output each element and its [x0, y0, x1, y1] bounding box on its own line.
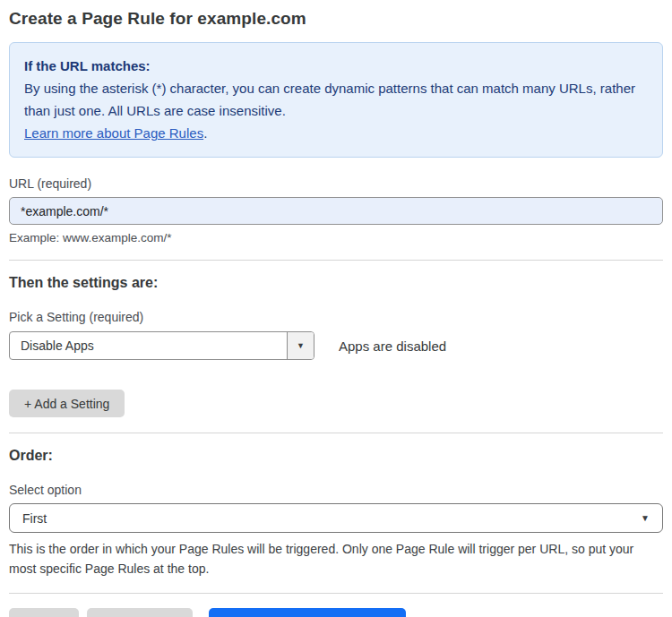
order-help-text: This is the order in which your Page Rul…: [9, 539, 656, 578]
footer-actions: Cancel Save as Draft Save and Deploy Pag…: [9, 608, 663, 617]
url-match-info-box: If the URL matches: By using the asteris…: [9, 42, 663, 158]
chevron-down-icon: ▼: [641, 513, 650, 523]
save-and-deploy-button[interactable]: Save and Deploy Page Rule: [209, 608, 406, 617]
learn-more-link[interactable]: Learn more about Page Rules: [24, 125, 203, 141]
setting-dropdown-value: Disable Apps: [10, 332, 287, 359]
pick-setting-label: Pick a Setting (required): [9, 310, 663, 324]
order-select[interactable]: First ▼: [9, 503, 663, 533]
setting-row: Disable Apps ▼ Apps are disabled: [9, 331, 663, 360]
info-box-heading: If the URL matches:: [24, 55, 648, 77]
divider: [9, 593, 663, 594]
divider: [9, 433, 663, 433]
info-box-body: By using the asterisk (*) character, you…: [24, 77, 648, 122]
settings-section-heading: Then the settings are:: [9, 275, 663, 291]
url-input[interactable]: [9, 197, 663, 225]
link-suffix: .: [203, 125, 207, 141]
setting-dropdown[interactable]: Disable Apps ▼: [9, 331, 314, 360]
order-select-value: First: [22, 511, 47, 526]
order-section-heading: Order:: [9, 448, 663, 464]
info-box-link-line: Learn more about Page Rules.: [24, 122, 648, 144]
url-field-label: URL (required): [9, 176, 663, 191]
page-title: Create a Page Rule for example.com: [9, 9, 663, 29]
setting-status-text: Apps are disabled: [339, 338, 446, 354]
order-select-label: Select option: [9, 483, 663, 497]
chevron-down-icon[interactable]: ▼: [287, 332, 314, 359]
divider: [9, 260, 663, 261]
cancel-button[interactable]: Cancel: [9, 608, 79, 617]
url-example-text: Example: www.example.com/*: [9, 231, 663, 244]
save-as-draft-button[interactable]: Save as Draft: [87, 608, 194, 617]
add-setting-button[interactable]: + Add a Setting: [9, 390, 125, 417]
